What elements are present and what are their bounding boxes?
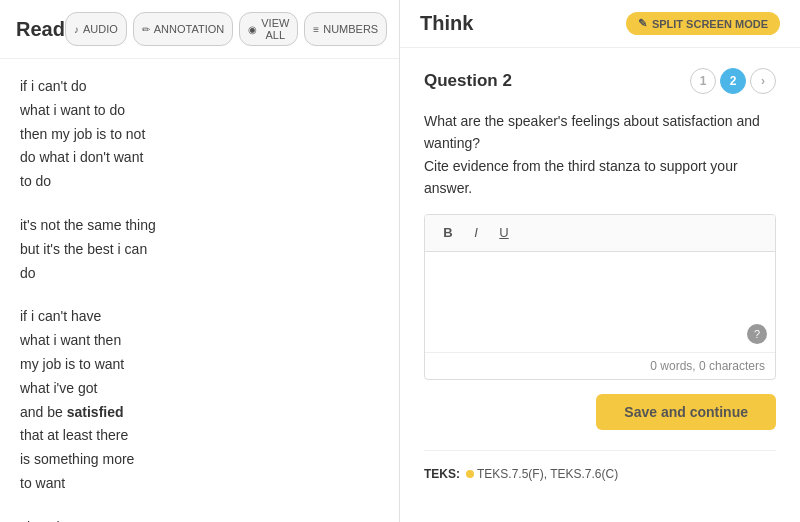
right-panel: Think ✎ SPLIT SCREEN MODE Question 2 1 2… [400, 0, 800, 522]
annotation-button[interactable]: ✏ ANNOTATION [133, 12, 233, 46]
poem-line: do what i don't want [20, 146, 379, 170]
italic-icon: I [474, 225, 478, 240]
numbers-label: NUMBERS [323, 23, 378, 35]
teks-dot [466, 470, 474, 478]
audio-icon: ♪ [74, 24, 79, 35]
numbers-icon: ≡ [313, 24, 319, 35]
editor-toolbar: B I U [425, 215, 775, 252]
question-header: Question 2 1 2 › [424, 68, 776, 94]
right-header: Think ✎ SPLIT SCREEN MODE [400, 0, 800, 48]
stanza-4: since i can't go where i need to go then… [20, 516, 379, 522]
poem-line: since i can't go [20, 516, 379, 522]
question-nav-3[interactable]: › [750, 68, 776, 94]
underline-icon: U [499, 225, 508, 240]
stanza-1: if i can't do what i want to do then my … [20, 75, 379, 194]
question-text: What are the speaker's feelings about sa… [424, 110, 776, 200]
left-title: Read [16, 18, 65, 41]
poem-content: if i can't do what i want to do then my … [0, 59, 399, 522]
bold-icon: B [443, 225, 452, 240]
question-nav-1[interactable]: 1 [690, 68, 716, 94]
teks-badge: TEKS.7.5(F), TEKS.7.6(C) [466, 467, 618, 481]
view-all-button[interactable]: ◉ VIEW ALL [239, 12, 298, 46]
poem-line: if i can't have [20, 305, 379, 329]
teks-links: TEKS.7.5(F), TEKS.7.6(C) [477, 467, 618, 481]
annotation-label: ANNOTATION [154, 23, 224, 35]
question-nav: 1 2 › [690, 68, 776, 94]
right-content: Question 2 1 2 › What are the speaker's … [400, 48, 800, 522]
poem-line: and be satisfied [20, 401, 379, 425]
teks-section: TEKS: TEKS.7.5(F), TEKS.7.6(C) [424, 450, 776, 481]
split-screen-icon: ✎ [638, 17, 647, 30]
bold-word: satisfied [67, 404, 124, 420]
left-header: Read ♪ AUDIO ✏ ANNOTATION ◉ VIEW ALL ≡ N… [0, 0, 399, 59]
question-nav-2[interactable]: 2 [720, 68, 746, 94]
audio-label: AUDIO [83, 23, 118, 35]
poem-line: if i can't do [20, 75, 379, 99]
split-screen-label: SPLIT SCREEN MODE [652, 18, 768, 30]
poem-line: to want [20, 472, 379, 496]
view-all-label: VIEW ALL [261, 17, 289, 41]
poem-line: do [20, 262, 379, 286]
question-line-2: Cite evidence from the third stanza to s… [424, 158, 738, 196]
poem-line: then my job is to not [20, 123, 379, 147]
poem-line: is something more [20, 448, 379, 472]
poem-line: what i want to do [20, 99, 379, 123]
right-title: Think [420, 12, 473, 35]
toolbar-buttons: ♪ AUDIO ✏ ANNOTATION ◉ VIEW ALL ≡ NUMBER… [65, 12, 387, 46]
save-continue-button[interactable]: Save and continue [596, 394, 776, 430]
question-line-1: What are the speaker's feelings about sa… [424, 113, 760, 151]
stanza-2: it's not the same thing but it's the bes… [20, 214, 379, 285]
editor-area[interactable]: ? [425, 252, 775, 352]
word-count-text: 0 words, 0 characters [650, 359, 765, 373]
poem-line: what i've got [20, 377, 379, 401]
poem-line: but it's the best i can [20, 238, 379, 262]
poem-line: to do [20, 170, 379, 194]
annotation-icon: ✏ [142, 24, 150, 35]
help-icon[interactable]: ? [747, 324, 767, 344]
view-all-icon: ◉ [248, 24, 257, 35]
bold-button[interactable]: B [435, 221, 461, 245]
split-screen-button[interactable]: ✎ SPLIT SCREEN MODE [626, 12, 780, 35]
poem-line: that at least there [20, 424, 379, 448]
word-count: 0 words, 0 characters [425, 352, 775, 379]
question-label: Question 2 [424, 71, 512, 91]
underline-button[interactable]: U [491, 221, 517, 245]
poem-line: my job is to want [20, 353, 379, 377]
poem-line: it's not the same thing [20, 214, 379, 238]
save-btn-container: Save and continue [424, 394, 776, 430]
stanza-3: if i can't have what i want then my job … [20, 305, 379, 495]
editor-container: B I U ? 0 words, 0 characters [424, 214, 776, 380]
poem-line: what i want then [20, 329, 379, 353]
audio-button[interactable]: ♪ AUDIO [65, 12, 127, 46]
left-panel: Read ♪ AUDIO ✏ ANNOTATION ◉ VIEW ALL ≡ N… [0, 0, 400, 522]
teks-label: TEKS: [424, 467, 460, 481]
italic-button[interactable]: I [463, 221, 489, 245]
numbers-button[interactable]: ≡ NUMBERS [304, 12, 387, 46]
